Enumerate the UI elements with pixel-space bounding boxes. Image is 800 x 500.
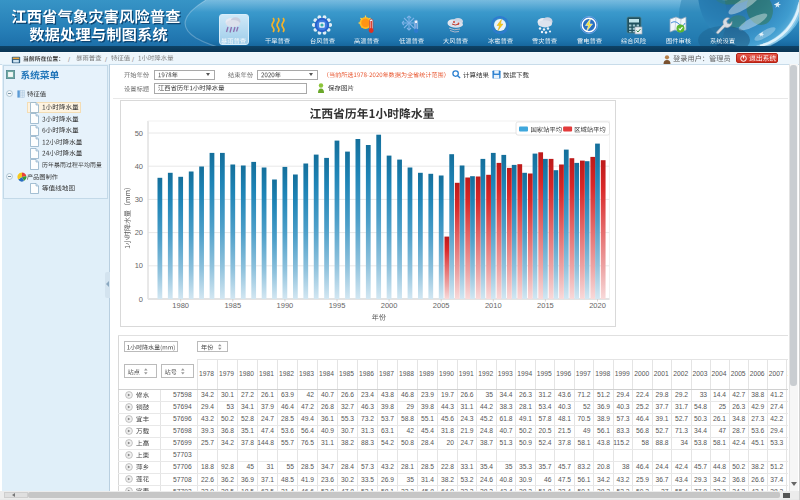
svg-text:1980: 1980 bbox=[172, 301, 189, 310]
svg-text:2010: 2010 bbox=[485, 301, 502, 310]
svg-text:2005: 2005 bbox=[433, 301, 450, 310]
svg-text:2020: 2020 bbox=[589, 301, 606, 310]
svg-text:2000: 2000 bbox=[381, 301, 398, 310]
svg-text:1990: 1990 bbox=[277, 301, 294, 310]
svg-text:30: 30 bbox=[135, 195, 143, 204]
svg-text:20: 20 bbox=[135, 228, 143, 237]
svg-text:1995: 1995 bbox=[329, 301, 346, 310]
svg-text:40: 40 bbox=[135, 162, 143, 171]
svg-text:50: 50 bbox=[135, 129, 143, 138]
svg-text:1985: 1985 bbox=[224, 301, 241, 310]
svg-text:10: 10 bbox=[135, 261, 143, 270]
svg-text:2015: 2015 bbox=[537, 301, 554, 310]
svg-text:0: 0 bbox=[139, 295, 143, 304]
